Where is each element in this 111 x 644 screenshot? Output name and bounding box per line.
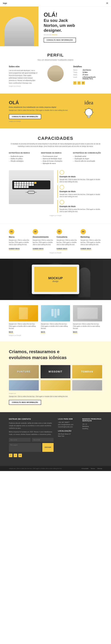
portfolio-grid: Sample text. Click to select the text bo… xyxy=(9,305,102,333)
form-message-input[interactable] xyxy=(9,443,41,452)
service-1: UX / UI xyxy=(82,424,102,425)
portfolio-img-inner-3 xyxy=(77,308,98,319)
cap-examples-list: Exemplo de título Sample text. Click to … xyxy=(57,170,102,213)
key: w xyxy=(17,182,19,184)
list-item: —Análise de público xyxy=(9,158,38,160)
cap-col-3-title: ESTRATÉGIA DE COMUNICAÇÃO xyxy=(73,152,102,154)
twitter-icon[interactable]: t xyxy=(77,81,81,84)
portfolio-img-3 xyxy=(73,305,102,322)
marcas-source: Imagem por xyxy=(9,393,102,394)
svg-line-5 xyxy=(92,109,93,110)
capacidades-title: CAPACIDADES xyxy=(9,136,102,141)
portfolio-card-2-text: Sample text. Click to select the text bo… xyxy=(41,323,70,330)
step-1-link[interactable]: SABER MAIS xyxy=(9,248,20,250)
key: h xyxy=(27,184,29,186)
marcas-cta-button[interactable]: CONSULTE MAIS INFORMAÇÃO xyxy=(9,400,41,405)
hello-cta-button[interactable]: CONSULTE MAIS INFORMAÇÃO xyxy=(9,114,41,119)
mockup-subtitle: design xyxy=(52,280,58,282)
step-1: 01 Marca Sample text. Click to select th… xyxy=(9,229,31,250)
hello-text: Sample text. Click to select the text bo… xyxy=(9,109,71,112)
example-3-text: Sample text. Click to select the text bo… xyxy=(60,208,102,213)
contact-instagram-icon[interactable]: in xyxy=(18,454,22,457)
services-title: NOSSOS PRINCIPAIS SERVIÇOS xyxy=(82,418,102,422)
form-send-button[interactable]: ENVIAR xyxy=(42,443,54,452)
name-value: Jack Norton xyxy=(83,69,91,71)
key: x xyxy=(21,186,24,188)
keyboard-row-2: a s d f g h j k xyxy=(14,184,49,186)
step-3-link[interactable]: SABER MAIS xyxy=(57,248,67,250)
key: k xyxy=(32,184,34,186)
hello-image: idea xyxy=(75,100,102,122)
address: 254 Rock Street 37 xyxy=(58,433,78,435)
key: i xyxy=(32,182,34,184)
contact-twitter-icon[interactable]: t xyxy=(14,454,17,457)
age-value: 27 anos xyxy=(83,74,88,76)
marcas-top-grid: PUNTURE MISSONIT TOMRAN xyxy=(9,365,102,378)
key: f xyxy=(22,184,24,186)
social-icons: f t in xyxy=(73,81,102,84)
key-yellow: o xyxy=(34,182,36,184)
example-1-title: Exemplo de título xyxy=(60,176,102,178)
person-shape xyxy=(78,268,90,297)
glasses-decoration xyxy=(28,191,35,194)
contact-facebook-icon[interactable]: f xyxy=(9,454,13,457)
step-4-number: 04 xyxy=(80,229,86,234)
step-3-title: Consultoria xyxy=(57,236,78,238)
marcas-bottom-grid xyxy=(9,380,102,390)
mockup-bg: mockup design xyxy=(0,259,111,300)
instagram-icon[interactable]: in xyxy=(81,81,85,84)
portfolio-card-3-link[interactable]: MAIS xyxy=(73,331,77,334)
cap-source: Imagem por Freepik xyxy=(9,215,102,216)
steps-section: 01 Marca Sample text. Click to select th… xyxy=(0,224,111,259)
key: t xyxy=(24,182,26,184)
form-email-input[interactable] xyxy=(32,438,54,442)
portfolio-card-2-link[interactable]: MAIS xyxy=(41,331,45,334)
portfolio-card-1-text: Sample text. Click to select the text bo… xyxy=(9,323,38,330)
contact-col-3: NOSSOS PRINCIPAIS SERVIÇOS UX / UI Marke… xyxy=(82,418,102,457)
footer-text: sample text. Click to select the text bo… xyxy=(9,468,68,469)
perfil-grid: Sobre mim I am an all-round web develope… xyxy=(9,65,102,87)
email-1: john.hoe@website.com xyxy=(58,424,78,426)
form-name-input[interactable] xyxy=(9,438,31,442)
step-1-text: Sample text. Click to select the text bo… xyxy=(9,239,31,246)
capacidades-section: CAPACIDADES O resultado do processo de b… xyxy=(0,128,111,224)
marca-2-name: MISSONIT xyxy=(49,370,62,373)
step-4-link[interactable]: SABER MAIS xyxy=(80,248,91,250)
list-item: —Guias de formas e ilustrações xyxy=(41,160,70,162)
cap-col-2: IDENTIDADE DA MARCA —Posicionamento visu… xyxy=(41,152,70,165)
list-item: —Identidade verbal xyxy=(73,156,102,157)
portfolio-card-3: Sample text. Click to select the text bo… xyxy=(73,305,102,333)
contact-form: ENVIAR xyxy=(9,438,54,452)
portfolio-card-1-link[interactable]: MAIS xyxy=(9,331,13,334)
footer-link-2[interactable]: Termos xyxy=(90,468,95,469)
circle-1 xyxy=(60,170,64,174)
hero-cta-button[interactable]: CONSULTE MAIS INFORMAÇÃO xyxy=(44,38,76,42)
footer-link-1[interactable]: Privacidade xyxy=(81,468,88,469)
hero-content: OLÁ! Eu sou Jack Norton, um web designer… xyxy=(39,6,111,46)
hero-greeting: OLÁ! xyxy=(44,12,106,18)
perfil-avatar xyxy=(47,65,64,82)
logo: logo xyxy=(3,2,7,4)
footer-link-3[interactable]: Sitemap xyxy=(97,468,102,469)
step-4-title: Marketing xyxy=(80,236,102,238)
facebook-icon[interactable]: f xyxy=(73,81,76,84)
cap-col-1: ESTRATÉGIA DE MARCA —Auditoria de marca … xyxy=(9,152,38,165)
portfolio-card-2: Sample text. Click to select the text bo… xyxy=(41,305,70,333)
step-2-link[interactable]: SABER MAIS xyxy=(33,248,44,250)
menu-icon[interactable]: ≡ xyxy=(106,2,108,5)
svg-point-0 xyxy=(85,108,92,116)
portfolio-img-inner-1 xyxy=(19,308,28,319)
hello-section: OLÁ Estou atualmente fora trabalhando em… xyxy=(0,94,111,128)
cap-image-area: q w e r t y u i o a s d f xyxy=(9,170,54,204)
hello-content: OLÁ Estou atualmente fora trabalhando em… xyxy=(9,100,71,122)
form-name-row xyxy=(9,438,54,442)
hero-image xyxy=(0,6,39,46)
title-label: Título: xyxy=(73,72,81,73)
cap-col-2-title: IDENTIDADE DA MARCA xyxy=(41,152,70,154)
capacidades-cols: ESTRATÉGIA DE MARCA —Auditoria de marca … xyxy=(9,152,102,165)
contact-col-1: ENTRAR EM CONTATO Podemos discutir conte… xyxy=(9,418,54,457)
key: r xyxy=(22,182,24,184)
marca-2: MISSONIT xyxy=(41,365,70,378)
title-value: UI Web xyxy=(83,72,88,73)
cap-col-3-list: —Identidade verbal —Exploração de slogan… xyxy=(73,156,102,162)
